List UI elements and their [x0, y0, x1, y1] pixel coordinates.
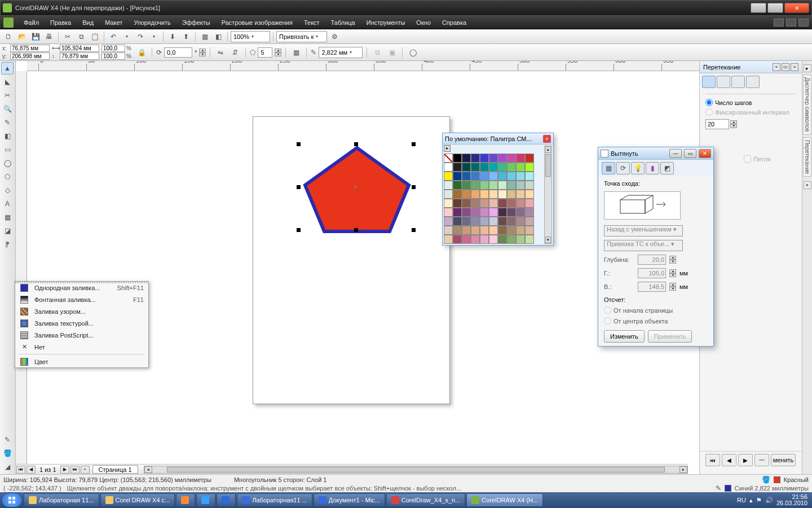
color-swatch[interactable] [507, 163, 516, 172]
scroll-down-button[interactable]: ▾ [545, 237, 551, 243]
eyedropper-tool[interactable]: ⁋ [1, 238, 14, 251]
color-swatch[interactable] [516, 208, 525, 217]
selection-handle-sw[interactable] [297, 228, 301, 232]
color-swatch[interactable] [525, 226, 534, 235]
color-swatch[interactable] [525, 208, 534, 217]
color-swatch[interactable] [462, 199, 471, 208]
color-swatch[interactable] [507, 199, 516, 208]
color-swatch[interactable] [507, 217, 516, 226]
color-swatch[interactable] [462, 208, 471, 217]
blend-loop-checkbox[interactable]: Петля [744, 155, 796, 163]
pick-tool[interactable]: ▲ [1, 62, 14, 75]
undo-button[interactable]: ↶ [107, 30, 120, 43]
text-tool[interactable]: A [1, 198, 14, 210]
color-swatch[interactable] [489, 199, 498, 208]
fill-color-swatch[interactable] [774, 476, 780, 483]
side-tab-x[interactable]: × [804, 181, 811, 189]
color-swatch[interactable] [462, 217, 471, 226]
color-swatch[interactable] [498, 181, 507, 190]
blend-tab-accel[interactable] [717, 76, 730, 88]
taskbar-clock[interactable]: 21:56 26.03.2010 [776, 494, 807, 506]
color-swatch[interactable] [471, 235, 480, 244]
color-swatch[interactable] [525, 190, 534, 199]
menu-file[interactable]: Файл [18, 18, 45, 27]
scroll-left-button[interactable]: ◂ [144, 466, 152, 473]
menu-view[interactable]: Вид [77, 18, 99, 27]
polygon-tool[interactable]: ⬠ [1, 170, 14, 183]
flyout-item-1[interactable]: Фонтанная заливка...F11 [15, 294, 148, 305]
ellipse-tool[interactable]: ◯ [1, 157, 14, 169]
maximize-button[interactable]: ▭ [767, 3, 783, 13]
color-swatch[interactable] [498, 226, 507, 235]
copy-button[interactable]: ⧉ [75, 30, 87, 43]
color-swatch[interactable] [516, 163, 525, 172]
extrude-edit-button[interactable]: Изменить [604, 330, 645, 343]
prev-page-button[interactable]: ◀ [27, 466, 36, 474]
tray-icon[interactable]: ▴ [749, 497, 753, 504]
color-swatch[interactable] [453, 208, 462, 217]
color-swatch[interactable] [453, 235, 462, 244]
save-button[interactable]: 💾 [29, 30, 42, 43]
color-swatch[interactable] [489, 190, 498, 199]
color-swatch[interactable] [471, 226, 480, 235]
color-swatch[interactable] [516, 217, 525, 226]
color-swatch[interactable] [471, 181, 480, 190]
side-tab-close[interactable]: ▸ [804, 64, 811, 72]
undo-dropdown[interactable]: ▾ [121, 30, 133, 43]
color-swatch[interactable] [516, 172, 525, 181]
color-swatch[interactable] [480, 208, 489, 217]
color-swatch[interactable] [444, 163, 453, 172]
color-swatch[interactable] [516, 226, 525, 235]
color-swatch[interactable] [453, 226, 462, 235]
menu-window[interactable]: Окно [411, 18, 436, 27]
color-swatch[interactable] [444, 190, 453, 199]
extrude-apply-button[interactable]: Применить [648, 330, 692, 343]
selection-handle-e[interactable] [412, 185, 416, 189]
palette-scrollbar[interactable]: ▴ ▾ [544, 146, 552, 244]
app-launcher-button[interactable]: ▦ [198, 30, 211, 43]
export-button[interactable]: ⬆ [180, 30, 192, 43]
lock-ratio-button[interactable]: 🔒 [135, 46, 148, 59]
interactive-fill-tool[interactable]: ◢ [1, 461, 14, 473]
color-swatch[interactable] [516, 181, 525, 190]
smart-fill-tool[interactable]: ◧ [1, 130, 14, 142]
taskbar-item-2[interactable] [176, 493, 195, 507]
color-swatch[interactable] [498, 190, 507, 199]
paste-button[interactable]: 📋 [89, 30, 101, 43]
snap-to-dropdown[interactable]: Привязать к [276, 31, 327, 42]
shape-tool[interactable]: ◣ [1, 76, 14, 88]
depth-input[interactable] [638, 255, 666, 265]
color-swatch[interactable] [516, 190, 525, 199]
page-tab-1[interactable]: Страница 1 [92, 465, 138, 474]
scroll-up-button[interactable]: ▴ [545, 146, 551, 153]
color-swatch[interactable] [471, 172, 480, 181]
table-tool[interactable]: ▦ [1, 211, 14, 224]
color-swatch[interactable] [489, 172, 498, 181]
taskbar-item-0[interactable]: Лабораторная 11... [24, 493, 99, 507]
redo-dropdown[interactable]: ▾ [148, 30, 160, 43]
welcome-screen-button[interactable]: ◧ [212, 30, 224, 43]
extrude-type-dropdown[interactable]: Назад с уменьшением ▾ [604, 225, 683, 237]
color-swatch[interactable] [444, 226, 453, 235]
selection-handle-se[interactable] [412, 228, 416, 232]
y-position-input[interactable] [10, 52, 50, 60]
mdi-restore-button[interactable] [786, 19, 796, 27]
scroll-right-button[interactable]: ▸ [679, 466, 687, 473]
vp-lock-dropdown[interactable]: Привязка ТС к объе... ▾ [604, 240, 683, 251]
crop-tool[interactable]: ✂ [1, 89, 14, 102]
color-swatch[interactable] [453, 163, 462, 172]
color-swatch[interactable] [462, 172, 471, 181]
color-swatch[interactable] [444, 172, 453, 181]
color-swatch[interactable] [507, 190, 516, 199]
color-swatch[interactable] [507, 226, 516, 235]
basic-shapes-tool[interactable]: ◇ [1, 184, 14, 196]
color-swatch[interactable] [498, 199, 507, 208]
extrude-tab-bevel[interactable]: ◩ [660, 162, 674, 174]
options-button[interactable]: ⚙ [328, 30, 341, 43]
color-swatch[interactable] [507, 154, 516, 163]
color-swatch[interactable] [480, 235, 489, 244]
color-swatch[interactable] [480, 190, 489, 199]
color-swatch[interactable] [489, 154, 498, 163]
color-swatch[interactable] [498, 217, 507, 226]
vertical-ruler[interactable] [16, 71, 27, 474]
